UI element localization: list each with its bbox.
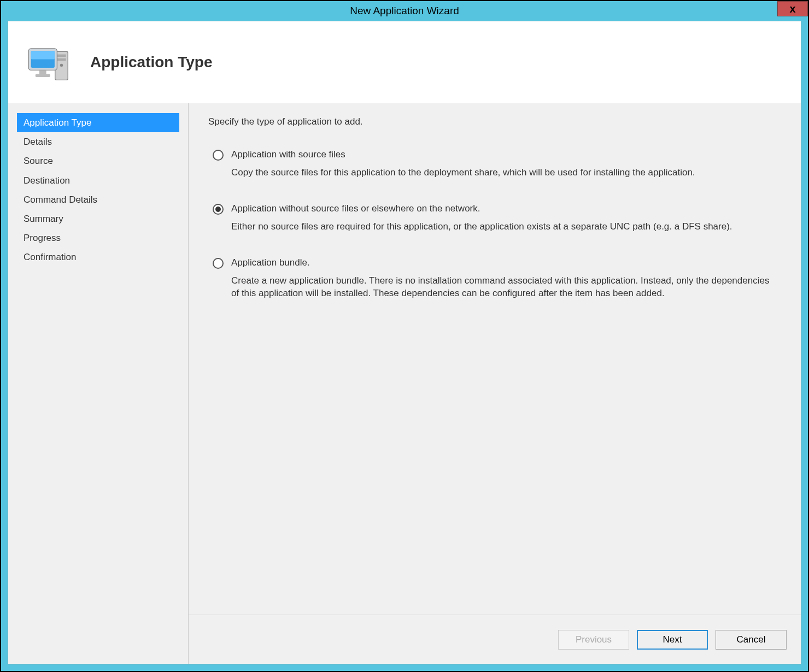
wizard-main: Specify the type of application to add. …: [189, 103, 801, 664]
button-label: Cancel: [737, 634, 766, 645]
button-label: Previous: [576, 634, 612, 645]
computer-icon: [25, 38, 74, 87]
sidebar-item-label: Details: [24, 137, 52, 147]
app-type-radio-group: Application with source files Copy the s…: [208, 149, 781, 300]
svg-rect-6: [31, 51, 55, 59]
svg-rect-1: [57, 55, 66, 57]
next-button[interactable]: Next: [637, 630, 708, 650]
sidebar-item-label: Destination: [24, 175, 70, 186]
radio-icon[interactable]: [213, 204, 224, 215]
svg-rect-2: [57, 58, 66, 61]
sidebar-item-source[interactable]: Source: [17, 151, 179, 170]
sidebar-item-label: Summary: [24, 214, 63, 224]
cancel-button[interactable]: Cancel: [716, 630, 787, 650]
sidebar-item-details[interactable]: Details: [17, 132, 179, 151]
sidebar-item-command-details[interactable]: Command Details: [17, 190, 179, 209]
sidebar-item-progress[interactable]: Progress: [17, 228, 179, 247]
radio-text-block: Application bundle. Create a new applica…: [231, 257, 781, 300]
previous-button: Previous: [558, 630, 629, 650]
sidebar-item-label: Confirmation: [24, 252, 76, 262]
wizard-body: Application Type Details Source Destinat…: [8, 103, 801, 664]
wizard-header: Application Type: [8, 21, 801, 103]
close-button[interactable]: x: [777, 1, 808, 16]
sidebar-item-label: Application Type: [24, 117, 91, 128]
radio-description: Copy the source files for this applicati…: [231, 167, 781, 179]
prompt-text: Specify the type of application to add.: [208, 116, 781, 127]
radio-icon[interactable]: [213, 258, 224, 269]
sidebar-item-summary[interactable]: Summary: [17, 209, 179, 228]
sidebar-item-confirmation[interactable]: Confirmation: [17, 247, 179, 267]
radio-option-bundle[interactable]: Application bundle. Create a new applica…: [213, 257, 781, 300]
radio-option-without-source[interactable]: Application without source files or else…: [213, 203, 781, 233]
button-label: Next: [663, 634, 682, 645]
sidebar-item-label: Progress: [24, 233, 61, 243]
svg-point-3: [60, 64, 63, 67]
sidebar-item-label: Command Details: [24, 194, 97, 205]
page-title: Application Type: [90, 54, 213, 71]
title-bar: New Application Wizard x: [1, 1, 808, 21]
window-body: Application Type Application Type Detail…: [8, 21, 801, 664]
radio-option-with-source[interactable]: Application with source files Copy the s…: [213, 149, 781, 179]
wizard-footer: Previous Next Cancel: [189, 615, 801, 664]
radio-icon[interactable]: [213, 150, 224, 161]
radio-label: Application without source files or else…: [231, 203, 781, 214]
wizard-window: New Application Wizard x: [0, 0, 809, 672]
svg-rect-8: [36, 74, 50, 77]
svg-rect-7: [39, 70, 46, 74]
radio-text-block: Application without source files or else…: [231, 203, 781, 233]
close-icon: x: [789, 3, 795, 15]
sidebar-item-label: Source: [24, 156, 53, 166]
radio-label: Application with source files: [231, 149, 781, 160]
radio-description: Create a new application bundle. There i…: [231, 275, 781, 300]
sidebar-item-application-type[interactable]: Application Type: [17, 113, 179, 132]
radio-description: Either no source files are required for …: [231, 221, 781, 233]
radio-label: Application bundle.: [231, 257, 781, 268]
wizard-steps-sidebar: Application Type Details Source Destinat…: [8, 103, 189, 664]
sidebar-item-destination[interactable]: Destination: [17, 171, 179, 190]
content-area: Specify the type of application to add. …: [189, 103, 801, 615]
window-title: New Application Wizard: [350, 5, 459, 17]
radio-text-block: Application with source files Copy the s…: [231, 149, 781, 179]
